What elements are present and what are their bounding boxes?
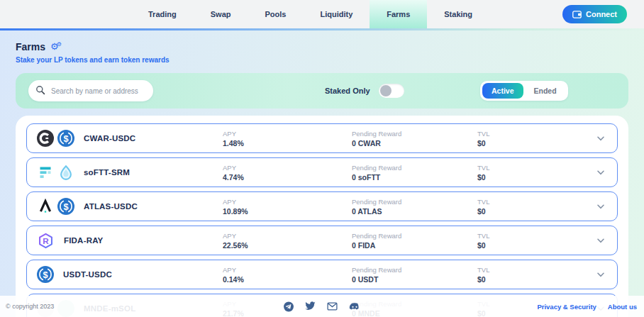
tvl-label: TVL [477,198,594,206]
farm-name-cell: R FIDA-RAY [37,232,223,250]
apy-value: 0.14% [223,275,352,284]
srm-token-icon [57,164,74,181]
tvl-value: $0 [477,241,594,250]
svg-text:$: $ [63,201,68,212]
farm-list-panel: $ CWAR-USDC APY1.48% Pending Reward0 CWA… [16,116,628,317]
svg-text:$: $ [63,133,68,144]
staked-only-group: Staked Only [325,73,404,109]
discord-icon[interactable] [349,301,361,311]
usdc-token-icon: $ [37,266,54,283]
tab-swap[interactable]: Swap [194,0,248,28]
farm-row-cwar-usdc[interactable]: $ CWAR-USDC APY1.48% Pending Reward0 CWA… [26,123,618,153]
farm-name: FIDA-RAY [64,236,103,245]
tab-trading[interactable]: Trading [131,0,194,28]
farm-row-fida-ray[interactable]: R FIDA-RAY APY22.56% Pending Reward0 FID… [26,226,618,255]
apy-value: 22.56% [223,241,352,250]
page-header: Farms ⚙⚙ Stake your LP tokens and earn t… [16,41,170,64]
apy-label: APY [223,164,352,172]
social-icons [284,301,361,312]
apy-value: 10.89% [223,207,352,216]
pending-reward-label: Pending Reward [352,198,477,206]
tab-pools[interactable]: Pools [248,0,303,28]
farm-row-atlas-usdc[interactable]: $ ATLAS-USDC APY10.89% Pending Reward0 A… [26,191,618,221]
pending-reward-label: Pending Reward [352,130,477,138]
toggle-knob [380,85,392,96]
nav-tabs: Trading Swap Pools Liquidity Farms Staki… [131,0,489,28]
staked-only-label: Staked Only [325,87,370,95]
pending-reward-value: 0 soFTT [352,173,477,182]
apy-value: 1.48% [223,139,352,148]
search-input[interactable] [28,80,153,101]
tvl-label: TVL [477,232,594,240]
wallet-icon [572,11,582,18]
tvl-label: TVL [477,266,594,274]
telegram-icon[interactable] [284,301,294,312]
nav-underline [0,28,644,30]
apy-label: APY [223,198,352,206]
usdc-token-icon: $ [57,130,74,147]
apy-label: APY [223,232,352,240]
farm-name-cell: $ ATLAS-USDC [37,198,223,215]
farm-name: soFTT-SRM [84,168,130,177]
tvl-label: TVL [477,164,594,172]
chevron-down-icon[interactable] [594,201,607,212]
tvl-label: TVL [477,130,594,138]
apy-value: 4.74% [223,173,352,182]
tab-liquidity[interactable]: Liquidity [303,0,370,28]
footer-links: Privacy & Security About us [537,303,637,311]
farm-name: USDT-USDC [63,270,112,279]
pending-reward-label: Pending Reward [352,266,477,274]
usdc-token-icon: $ [57,198,74,215]
farms-page: Trading Swap Pools Liquidity Farms Staki… [0,0,644,317]
active-filter-button[interactable]: Active [482,83,523,99]
search-wrap [28,80,153,101]
connect-wallet-button[interactable]: Connect [562,5,627,23]
filter-bar: Staked Only Active Ended [16,73,628,109]
tab-farms[interactable]: Farms [370,0,427,28]
tvl-value: $0 [477,207,594,216]
atlas-token-icon [37,198,54,215]
pending-reward-value: 0 ATLAS [352,207,477,216]
chevron-down-icon[interactable] [594,269,607,280]
email-icon[interactable] [327,301,338,311]
softt-token-icon [37,164,54,181]
tab-staking[interactable]: Staking [427,0,489,28]
farm-name-cell: $ CWAR-USDC [37,130,223,147]
pending-reward-value: 0 CWAR [352,139,477,148]
about-us-link[interactable]: About us [608,303,637,311]
tvl-value: $0 [477,275,594,284]
search-icon [35,85,45,95]
copyright-text: © copyright 2023 [6,303,54,310]
tvl-value: $0 [477,173,594,182]
apy-label: APY [223,266,352,274]
settings-gears-icon: ⚙⚙ [50,42,64,51]
farm-row-usdt-usdc[interactable]: $ USDT-USDC APY0.14% Pending Reward0 USD… [26,260,618,289]
pending-reward-label: Pending Reward [352,232,477,240]
farm-name: ATLAS-USDC [84,202,138,211]
farm-name: CWAR-USDC [84,134,135,143]
connect-label: Connect [586,10,617,18]
pending-reward-label: Pending Reward [352,164,477,172]
footer: © copyright 2023 Privacy & Security Abou… [0,296,644,317]
farm-row-softt-srm[interactable]: soFTT-SRM APY4.74% Pending Reward0 soFTT… [26,157,618,187]
privacy-security-link[interactable]: Privacy & Security [537,303,596,311]
top-nav: Trading Swap Pools Liquidity Farms Staki… [0,0,644,28]
apy-label: APY [223,130,352,138]
tvl-value: $0 [477,139,594,148]
staked-only-toggle[interactable] [379,84,404,98]
farm-name-cell: $ USDT-USDC [37,266,223,283]
status-filter: Active Ended [480,81,568,101]
svg-text:R: R [43,235,49,245]
cwar-token-icon [37,130,54,147]
svg-text:$: $ [43,269,48,280]
pending-reward-value: 0 FIDA [352,241,477,250]
chevron-down-icon[interactable] [594,235,607,246]
farm-name-cell: soFTT-SRM [37,164,223,181]
nav-spacer [0,0,131,28]
pending-reward-value: 0 USDT [352,275,477,284]
twitter-icon[interactable] [305,301,316,311]
chevron-down-icon[interactable] [594,167,607,178]
page-subtitle: Stake your LP tokens and earn token rewa… [16,56,170,64]
ended-filter-button[interactable]: Ended [525,83,566,99]
chevron-down-icon[interactable] [594,133,607,144]
